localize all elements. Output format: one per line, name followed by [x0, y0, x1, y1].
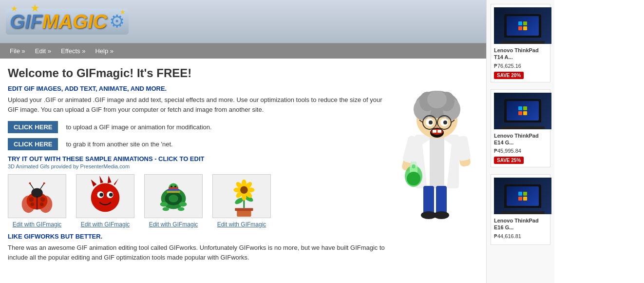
sample-thumb-ladybug[interactable]	[8, 174, 66, 218]
product-name-3: Lenovo ThinkPad E16 G...	[494, 217, 547, 231]
svg-point-73	[429, 121, 433, 124]
svg-point-36	[163, 207, 170, 211]
product-img-1	[494, 7, 551, 44]
product-price-1: ₱76,625.16	[494, 63, 547, 69]
svg-point-11	[43, 182, 45, 184]
product-img-3	[494, 178, 551, 214]
subtitle: EDIT GIF IMAGES, ADD TEXT, ANIMATE, AND …	[8, 85, 391, 92]
star-icon-1: ★	[11, 4, 18, 13]
upload-row: CLICK HERE to upload a GIF image or anim…	[8, 121, 391, 133]
svg-point-19	[109, 193, 113, 197]
svg-rect-89	[423, 186, 434, 215]
svg-point-74	[443, 121, 447, 124]
nav-help[interactable]: Help »	[90, 44, 118, 58]
product-card-2[interactable]: Lenovo ThinkPad E14 G... ₱45,995.84 SAVE…	[491, 89, 550, 168]
svg-point-37	[178, 207, 185, 211]
win-sq	[518, 21, 522, 25]
samples-title: TRY IT OUT WITH THESE SAMPLE ANIMATIONS …	[8, 155, 391, 162]
product-img-2	[494, 93, 551, 129]
svg-point-10	[29, 182, 31, 184]
win-sq	[518, 106, 522, 110]
svg-point-92	[434, 211, 449, 219]
samples-row: Edit with GIFmagic	[8, 174, 391, 228]
logo-magic-text: MAGIC	[42, 11, 107, 33]
save-badge-2: SAVE 25%	[494, 157, 524, 164]
grab-row: CLICK HERE to grab it from another site …	[8, 138, 391, 150]
sample-monster: Edit with GIFmagic	[76, 174, 134, 228]
svg-rect-40	[235, 208, 253, 211]
product-name-1: Lenovo ThinkPad T14 A...	[494, 47, 547, 61]
star-icon-3: ★	[120, 8, 126, 16]
svg-point-87	[407, 172, 420, 185]
sample-link-sunflower[interactable]: Edit with GIFmagic	[217, 221, 266, 228]
sample-ladybug: Edit with GIFmagic	[8, 174, 66, 228]
product-card-1[interactable]: Lenovo ThinkPad T14 A... ₱76,625.16 SAVE…	[491, 4, 550, 82]
win-sq	[523, 106, 527, 110]
nav-file[interactable]: File »	[5, 44, 30, 58]
like-desc: There was an awesome GIF animation editi…	[8, 243, 391, 262]
nav-effects[interactable]: Effects »	[56, 44, 90, 58]
svg-rect-31	[168, 189, 179, 191]
win-sq	[518, 192, 522, 196]
svg-point-35	[179, 202, 187, 207]
win-sq	[523, 111, 527, 115]
svg-rect-78	[433, 130, 436, 133]
sample-thumb-turtle[interactable]	[144, 174, 203, 218]
product-price-2: ₱45,995.84	[494, 148, 547, 154]
product-card-3[interactable]: Lenovo ThinkPad E16 G... ₱44,616.81	[491, 174, 550, 245]
main-area: ★ ★ GIF MAGIC ⚙ ★ File » Edit » Effects …	[0, 0, 486, 283]
svg-point-34	[160, 202, 168, 207]
sidebar: Lenovo ThinkPad T14 A... ₱76,625.16 SAVE…	[486, 0, 554, 283]
svg-point-53	[240, 186, 248, 194]
win-sq	[523, 26, 527, 30]
svg-point-13	[39, 196, 52, 213]
svg-point-12	[22, 196, 35, 213]
sample-turtle: Edit with GIFmagic	[144, 174, 203, 228]
nav-edit[interactable]: Edit »	[30, 44, 56, 58]
description: Upload your .GIF or animated .GIF image …	[8, 95, 391, 114]
product-name-2: Lenovo ThinkPad E14 G...	[494, 132, 547, 146]
svg-point-15	[91, 183, 120, 212]
sample-link-monster[interactable]: Edit with GIFmagic	[81, 221, 130, 228]
grab-desc: to grab it from another site on the 'net…	[66, 141, 172, 148]
win-sq	[523, 192, 527, 196]
grab-button[interactable]: CLICK HERE	[8, 138, 58, 150]
svg-rect-33	[167, 191, 180, 193]
star-icon-2: ★	[30, 2, 40, 15]
svg-point-27	[169, 195, 178, 202]
sample-link-ladybug[interactable]: Edit with GIFmagic	[13, 221, 62, 228]
sample-link-turtle[interactable]: Edit with GIFmagic	[149, 221, 198, 228]
mascot-area	[396, 66, 478, 262]
product-price-3: ₱44,616.81	[494, 233, 547, 240]
welcome-title: Welcome to GIFmagic! It's FREE!	[8, 66, 391, 80]
header: ★ ★ GIF MAGIC ⚙ ★	[0, 0, 486, 43]
save-badge-1: SAVE 20%	[494, 72, 524, 79]
win-sq	[523, 21, 527, 25]
svg-point-65	[427, 91, 447, 108]
like-title: LIKE GIFWORKS BUT BETTER.	[8, 233, 391, 240]
win-sq	[523, 197, 527, 201]
win-sq	[518, 197, 522, 201]
svg-rect-58	[430, 135, 444, 188]
sample-sunflower: Edit with GIFmagic	[212, 174, 271, 228]
content: Welcome to GIFmagic! It's FREE! EDIT GIF…	[0, 59, 486, 270]
svg-rect-79	[437, 130, 441, 133]
samples-credit: 3D Animated Gifs provided by PresenterMe…	[8, 163, 391, 169]
mascot-image	[398, 71, 476, 222]
win-sq	[518, 26, 522, 30]
upload-button[interactable]: CLICK HERE	[8, 121, 58, 133]
navbar: File » Edit » Effects » Help »	[0, 43, 486, 59]
svg-rect-90	[436, 186, 447, 215]
upload-desc: to upload a GIF image or animation for m…	[66, 123, 211, 131]
svg-point-88	[412, 164, 416, 168]
sample-thumb-sunflower[interactable]	[212, 174, 271, 218]
svg-point-18	[99, 193, 103, 197]
logo: ★ ★ GIF MAGIC ⚙ ★	[6, 9, 129, 35]
left-content: Welcome to GIFmagic! It's FREE! EDIT GIF…	[8, 66, 391, 262]
win-sq	[518, 111, 522, 115]
svg-rect-32	[169, 187, 178, 189]
sample-thumb-monster[interactable]	[76, 174, 134, 218]
